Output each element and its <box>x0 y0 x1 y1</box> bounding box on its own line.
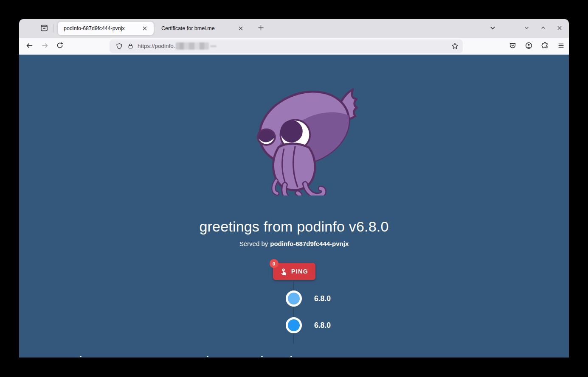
page-content: greetings from podinfo v6.8.0 Served byp… <box>19 55 569 357</box>
page-title: greetings from podinfo v6.8.0 <box>19 218 569 235</box>
browser-window: podinfo-687d9fc444-pvnjx Certificate for… <box>19 19 569 357</box>
extensions-button[interactable] <box>538 39 551 53</box>
chevron-down-icon <box>523 25 530 32</box>
plus-icon <box>258 25 264 32</box>
tab-label: Certificate for bmel.me <box>161 25 234 31</box>
url-text[interactable]: https://podinfo. <box>138 43 175 49</box>
firefox-view-icon <box>40 24 48 33</box>
reload-button[interactable] <box>53 39 67 53</box>
timeline-version-label: 6.8.0 <box>314 317 331 333</box>
clipped-text-top <box>290 356 292 357</box>
redacted-domain-tail <box>210 45 217 47</box>
close-icon <box>557 25 563 32</box>
app-menu-button[interactable] <box>554 39 568 53</box>
back-button[interactable] <box>23 39 36 53</box>
timeline-line <box>293 280 294 344</box>
lock-icon[interactable] <box>125 41 136 52</box>
window-controls <box>520 22 566 35</box>
hamburger-icon <box>557 42 565 50</box>
served-by-line: Served bypodinfo-687d9fc444-pvnjx <box>19 240 569 247</box>
tab-bar: podinfo-687d9fc444-pvnjx Certificate for… <box>19 19 569 38</box>
forward-button[interactable] <box>38 39 51 53</box>
served-by-host: podinfo-687d9fc444-pvnjx <box>270 240 349 247</box>
touch-icon <box>280 268 287 275</box>
ping-button[interactable]: 0 PING <box>273 263 315 280</box>
tab-separator <box>53 24 54 33</box>
arrow-left-icon <box>26 42 33 50</box>
pocket-icon <box>509 42 516 50</box>
navigation-toolbar: https://podinfo. <box>19 38 569 55</box>
list-all-tabs-button[interactable] <box>486 22 499 35</box>
shield-icon[interactable] <box>114 41 125 52</box>
account-button[interactable] <box>522 39 535 53</box>
tab-label: podinfo-687d9fc444-pvnjx <box>64 25 138 31</box>
url-bar[interactable]: https://podinfo. <box>110 39 463 53</box>
clipped-text-top <box>80 356 82 357</box>
ping-badge: 0 <box>270 259 279 268</box>
ping-button-label: PING <box>291 268 308 275</box>
timeline-dot[interactable] <box>286 290 302 307</box>
clipped-text-top <box>261 356 263 357</box>
firefox-view-button[interactable] <box>37 22 51 35</box>
minimize-button[interactable] <box>520 22 533 35</box>
star-icon[interactable] <box>449 41 460 52</box>
close-window-button[interactable] <box>553 22 566 35</box>
clipped-text-top <box>207 356 208 357</box>
timeline-version-label: 6.8.0 <box>314 290 331 307</box>
tab-podinfo[interactable]: podinfo-687d9fc444-pvnjx <box>58 22 154 35</box>
podinfo-squid-logo <box>242 86 358 195</box>
tabbar-right-controls <box>486 22 569 35</box>
new-tab-button[interactable] <box>254 22 267 35</box>
timeline-dot[interactable] <box>286 317 302 333</box>
served-by-prefix: Served by <box>239 240 268 247</box>
chevron-down-icon <box>489 24 496 33</box>
maximize-button[interactable] <box>536 22 550 35</box>
pocket-button[interactable] <box>506 39 519 53</box>
arrow-right-icon <box>41 42 48 50</box>
redacted-domain <box>176 42 209 50</box>
tab-certificate[interactable]: Certificate for bmel.me <box>155 22 250 35</box>
toolbar-right-icons <box>506 39 568 53</box>
person-circle-icon <box>525 42 532 50</box>
close-tab-icon[interactable] <box>236 24 245 33</box>
puzzle-icon <box>541 42 549 50</box>
chevron-up-icon <box>540 25 546 32</box>
refresh-icon <box>56 42 63 50</box>
close-tab-icon[interactable] <box>140 24 149 33</box>
